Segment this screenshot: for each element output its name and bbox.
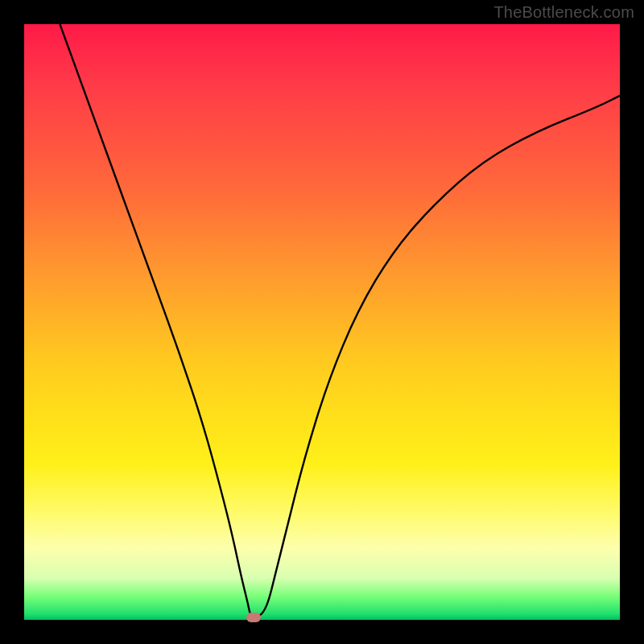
optimum-marker bbox=[246, 613, 261, 622]
chart-frame: TheBottleneck.com bbox=[0, 0, 644, 644]
bottleneck-curve bbox=[24, 24, 620, 620]
watermark-text: TheBottleneck.com bbox=[493, 3, 634, 22]
plot-area bbox=[24, 24, 620, 620]
curve-line bbox=[60, 24, 620, 617]
